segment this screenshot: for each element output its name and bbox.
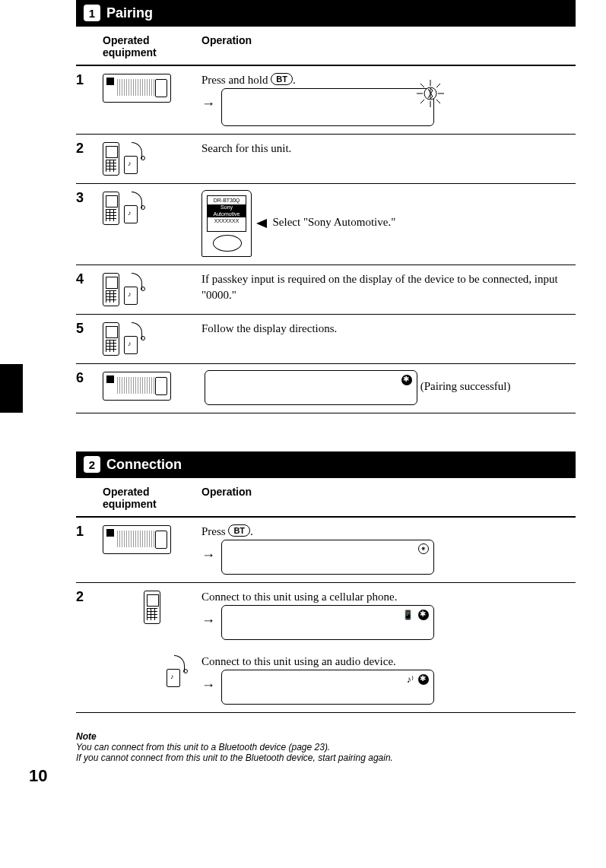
equipment-icons: [103, 141, 201, 176]
svg-line-6: [436, 84, 440, 87]
phone-icon: [103, 322, 119, 356]
op-text-b: .: [250, 525, 253, 537]
equipment-icons: [103, 654, 201, 705]
col-operation-label: Operation: [201, 34, 576, 59]
operation-cell: Press BT. → ⁕: [201, 524, 576, 575]
phone-signal-icon: 📱: [402, 609, 414, 622]
display-box: ⁕: [221, 540, 434, 575]
col-operation-label: Operation: [201, 486, 576, 510]
audio-device-icon: [124, 142, 144, 174]
pairing-step-5: 5 Follow the display directions.: [76, 315, 576, 364]
note-line-1: You can connect from this unit to a Blue…: [76, 742, 576, 752]
bluetooth-icon: [418, 674, 429, 685]
op-text: Select "Sony Automotive.": [273, 216, 396, 228]
car-stereo-icon: [103, 372, 171, 401]
connection-table-header: Operated equipment Operation: [76, 478, 576, 518]
section-connection: 2 Connection Operated equipment Operatio…: [0, 451, 576, 713]
svg-line-5: [436, 100, 440, 103]
equipment-icons: [103, 190, 201, 225]
section-connection-badge: 2: [84, 456, 100, 473]
section-pairing-badge: 1: [84, 5, 100, 21]
step-number: 3: [76, 190, 103, 206]
operation-cell: Search for this unit.: [201, 141, 576, 157]
display-box: ♪⁾: [221, 670, 434, 705]
op-text: Connect to this unit using an audio devi…: [201, 655, 396, 667]
phone-icon: [103, 273, 119, 306]
svg-line-7: [420, 100, 424, 103]
equipment-icons: [103, 370, 201, 401]
device-line3: XXXXXXX: [214, 218, 240, 223]
op-text: Search for this unit.: [201, 142, 291, 154]
operation-cell: Connect to this unit using a cellular ph…: [201, 589, 576, 640]
op-text: If passkey input is required on the disp…: [201, 273, 558, 301]
bt-button-pill: BT: [228, 524, 250, 537]
note-heading: Note: [76, 731, 576, 742]
connection-step-1: 1 Press BT. → ⁕: [76, 518, 576, 583]
operation-cell: Follow the display directions.: [201, 321, 576, 337]
device-line1: DR-BT30Q: [214, 198, 240, 203]
display-box: [221, 88, 434, 126]
step-number: 5: [76, 321, 103, 337]
phone-icon: [144, 591, 160, 624]
operation-cell: Press and hold BT. →: [201, 72, 576, 126]
operation-cell: DR-BT30Q Sony Automotive XXXXXXX Select …: [201, 190, 576, 257]
device-line-highlight: Sony Automotive: [208, 204, 246, 217]
section-pairing-title: Pairing: [106, 5, 153, 21]
equipment-icons: [103, 589, 201, 624]
section-pairing-header: 1 Pairing: [76, 0, 576, 26]
connection-step-2-audio: Connect to this unit using an audio devi…: [76, 648, 576, 713]
section-connection-title: Connection: [106, 457, 182, 473]
step-number: 2: [76, 141, 103, 157]
op-text: (Pairing successful): [420, 380, 511, 392]
note-block: Note You can connect from this unit to a…: [76, 731, 576, 763]
bluetooth-flash-icon: [417, 80, 444, 107]
audio-device-icon: [124, 273, 144, 305]
car-stereo-icon: [103, 74, 171, 103]
bt-button-pill: BT: [271, 73, 293, 85]
equipment-icons: [103, 271, 201, 306]
section-pairing: 1 Pairing Operated equipment Operation 1…: [0, 0, 576, 413]
audio-wave-icon: ♪⁾: [407, 673, 414, 686]
step-number: 1: [76, 72, 103, 88]
device-screenshot: DR-BT30Q Sony Automotive XXXXXXX: [201, 190, 252, 257]
step-number: 6: [76, 370, 103, 386]
pairing-step-1: 1 Press and hold BT. →: [76, 66, 576, 135]
phone-icon: [103, 192, 119, 225]
display-box: [205, 370, 417, 405]
operation-cell: Connect to this unit using an audio devi…: [201, 654, 576, 705]
phone-icon: [103, 142, 119, 176]
section-connection-header: 2 Connection: [76, 451, 576, 477]
connection-step-2-phone: 2 Connect to this unit using a cellular …: [76, 583, 576, 648]
pairing-step-4: 4 If passkey input is required on the di…: [76, 265, 576, 315]
pointer-arrow-icon: [256, 219, 267, 228]
audio-device-icon: [167, 655, 186, 687]
pairing-step-3: 3 DR-BT30Q Sony Automotive XXXXXXX Selec…: [76, 184, 576, 265]
op-text: Connect to this unit using a cellular ph…: [201, 591, 397, 603]
pairing-step-6: 6 (Pairing successful): [76, 364, 576, 413]
car-stereo-icon: [103, 525, 171, 554]
bluetooth-outline-icon: ⁕: [418, 543, 429, 554]
step-number: 4: [76, 271, 103, 287]
operation-cell: (Pairing successful): [201, 370, 576, 405]
note-line-2: If you cannot connect from this unit to …: [76, 752, 576, 763]
pairing-table-header: Operated equipment Operation: [76, 27, 576, 66]
operation-cell: If passkey input is required on the disp…: [201, 271, 576, 303]
page-number: 10: [29, 766, 47, 786]
col-equipment-label: Operated equipment: [103, 34, 201, 59]
arrow-icon: →: [201, 611, 215, 630]
op-text: Press: [201, 525, 228, 537]
equipment-icons: [103, 524, 201, 554]
audio-device-icon: [124, 322, 144, 354]
pairing-step-2: 2 Search for this unit.: [76, 135, 576, 184]
equipment-icons: [103, 72, 201, 103]
arrow-icon: →: [201, 676, 215, 695]
op-text: Press and hold: [201, 74, 271, 86]
op-text-b: .: [293, 74, 296, 86]
svg-line-4: [420, 84, 424, 87]
step-number: 2: [76, 589, 103, 605]
op-text: Follow the display directions.: [201, 322, 337, 334]
display-box: 📱: [221, 605, 434, 640]
equipment-icons: [103, 321, 201, 356]
arrow-icon: →: [201, 94, 215, 113]
step-number: 1: [76, 524, 103, 540]
